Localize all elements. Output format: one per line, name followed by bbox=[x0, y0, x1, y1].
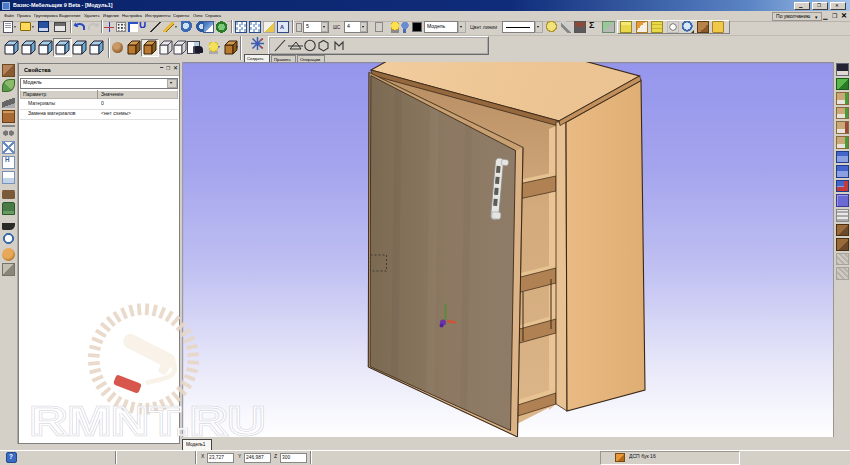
svg-text:RMNT.RU: RMNT.RU bbox=[30, 398, 266, 444]
